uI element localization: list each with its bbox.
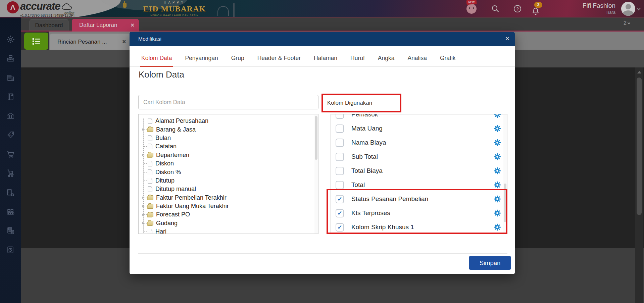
checkbox[interactable]: ✓ <box>336 124 344 133</box>
column-settings-gear-icon[interactable] <box>494 209 501 217</box>
checkbox[interactable]: ✓ <box>336 223 344 232</box>
accurate-logo-text: accurate <box>20 0 60 12</box>
column-row[interactable]: ✓Mata Uang <box>331 121 507 136</box>
column-settings-gear-icon[interactable] <box>494 181 501 189</box>
checkbox[interactable]: ✓ <box>336 195 344 203</box>
tree-item[interactable]: Bulan <box>142 134 318 142</box>
tree-item[interactable]: Ditutup <box>142 176 318 185</box>
tree-item[interactable]: Faktur Uang Muka Terakhir <box>142 202 318 210</box>
search-icon[interactable] <box>491 4 500 13</box>
tab-rincian-pesanan[interactable]: Rincian Pesanan ... × <box>50 33 132 50</box>
help-icon[interactable]: ? <box>513 4 522 13</box>
avatar[interactable] <box>621 2 635 16</box>
svg-text:?: ? <box>516 6 519 11</box>
cloud-icon <box>61 3 73 11</box>
tree-item[interactable]: Forecast PO <box>142 210 318 219</box>
save-button[interactable]: Simpan <box>469 256 511 270</box>
notification-bell-icon[interactable] <box>531 7 540 16</box>
cash-register-icon <box>6 54 15 63</box>
tab-dashboard[interactable]: Dashboard <box>30 19 68 31</box>
expand-arrow-icon[interactable] <box>142 222 144 224</box>
dialog-titlebar: Modifikasi × <box>130 32 515 46</box>
scrollbar-thumb[interactable] <box>504 184 506 222</box>
checkbox[interactable]: ✓ <box>336 153 344 161</box>
content-scrollbar[interactable] <box>635 67 643 303</box>
sidebar-item-journal[interactable] <box>6 92 15 101</box>
dialog-tab-grafik[interactable]: Grafik <box>440 55 456 62</box>
dialog-tab-analisa[interactable]: Analisa <box>407 55 427 62</box>
column-settings-gear-icon[interactable] <box>494 125 501 132</box>
tab-counter-dropdown[interactable]: 2 <box>624 20 630 26</box>
dialog-tab-header-footer[interactable]: Header & Footer <box>257 55 301 62</box>
tree-item[interactable]: Diskon <box>142 159 318 168</box>
column-row[interactable]: ✓Kts Terproses <box>331 206 507 220</box>
column-row[interactable]: ✓Sub Total <box>331 150 507 164</box>
checkbox[interactable]: ✓ <box>336 181 344 189</box>
expand-arrow-icon[interactable] <box>142 128 144 131</box>
dialog-tab-penyaringan[interactable]: Penyaringan <box>185 55 218 62</box>
bank-icon <box>6 111 15 120</box>
chevron-down-icon[interactable] <box>637 6 640 10</box>
column-settings-gear-icon[interactable] <box>494 195 501 203</box>
tree-item[interactable]: Barang & Jasa <box>142 125 318 134</box>
used-columns-list[interactable]: ✓Pemasok ✓Mata Uang ✓Nama Biaya ✓Sub Tot… <box>331 114 507 234</box>
dialog-tab-grup[interactable]: Grup <box>231 55 244 62</box>
columns-scrollbar[interactable] <box>503 115 507 234</box>
column-row[interactable]: ✓Status Pesanan Pembelian <box>331 192 507 206</box>
expand-arrow-icon[interactable] <box>142 196 144 199</box>
mascot-icon[interactable] <box>466 4 477 14</box>
tree-item[interactable]: Catatan <box>142 142 318 151</box>
column-row[interactable]: ✓Kolom Skrip Khusus 1 <box>331 220 507 234</box>
expand-arrow-icon[interactable] <box>142 154 144 156</box>
close-icon[interactable]: × <box>131 19 134 32</box>
checkbox[interactable]: ✓ <box>336 139 344 147</box>
tree-item[interactable]: Faktur Pembelian Terakhir <box>142 194 318 202</box>
dialog-tab-angka[interactable]: Angka <box>378 55 395 62</box>
column-row[interactable]: ✓Total <box>331 178 507 192</box>
sidebar-item-purchases[interactable] <box>6 150 15 159</box>
sidebar-item-bank[interactable] <box>6 111 15 120</box>
tree-item[interactable]: Alamat Perusahaan <box>142 117 318 125</box>
scrollbar-thumb[interactable] <box>315 116 317 160</box>
column-settings-gear-icon[interactable] <box>494 114 501 118</box>
report-list-button[interactable] <box>24 33 48 50</box>
sidebar-item-manufacture[interactable] <box>6 207 15 216</box>
sidebar-item-tax[interactable]: TAX <box>6 226 15 235</box>
scroll-up-arrow-icon[interactable] <box>637 71 641 73</box>
sidebar-item-fixed-assets[interactable] <box>6 188 15 197</box>
sidebar-item-inventory[interactable] <box>6 169 15 178</box>
dialog-tab-kolom-data[interactable]: Kolom Data <box>141 55 172 62</box>
available-columns-tree[interactable]: Alamat Perusahaan Barang & Jasa Bulan Ca… <box>138 114 318 234</box>
column-settings-gear-icon[interactable] <box>494 153 501 160</box>
column-settings-gear-icon[interactable] <box>494 167 501 174</box>
search-kolom-data-input[interactable] <box>138 95 318 109</box>
column-row[interactable]: ✓Total Biaya <box>331 164 507 178</box>
tree-item[interactable]: Ditutup manual <box>142 185 318 193</box>
expand-arrow-icon[interactable] <box>142 213 144 216</box>
column-settings-gear-icon[interactable] <box>494 223 501 231</box>
checkbox[interactable]: ✓ <box>336 167 344 175</box>
sidebar-item-settings[interactable] <box>6 35 15 44</box>
scrollbar-thumb[interactable] <box>637 78 642 215</box>
tree-item[interactable]: Gudang <box>142 219 318 228</box>
dialog-tab-huruf[interactable]: Huruf <box>350 55 365 62</box>
tree-scrollbar[interactable] <box>314 115 318 234</box>
checkbox[interactable]: ✓ <box>336 114 344 119</box>
sidebar-item-sales[interactable]: Rp <box>6 131 15 140</box>
folder-icon <box>148 153 153 157</box>
dialog-tab-halaman[interactable]: Halaman <box>314 55 337 62</box>
sidebar-item-reports[interactable] <box>6 245 15 254</box>
tree-item[interactable]: Departemen <box>142 151 318 159</box>
tree-item[interactable]: Hari <box>142 228 318 234</box>
close-icon[interactable]: × <box>122 34 126 50</box>
sidebar-item-company[interactable] <box>6 73 15 82</box>
tab-daftar-laporan[interactable]: Daftar Laporan × <box>72 19 139 32</box>
tree-item[interactable]: Diskon % <box>142 168 318 176</box>
column-settings-gear-icon[interactable] <box>494 139 501 146</box>
expand-arrow-icon[interactable] <box>142 205 144 208</box>
dialog-close-button[interactable]: × <box>505 32 509 45</box>
checkbox[interactable]: ✓ <box>336 209 344 217</box>
column-row[interactable]: ✓Nama Biaya <box>331 136 507 150</box>
sidebar-item-cashier[interactable] <box>6 54 15 63</box>
column-row[interactable]: ✓Pemasok <box>331 114 507 121</box>
